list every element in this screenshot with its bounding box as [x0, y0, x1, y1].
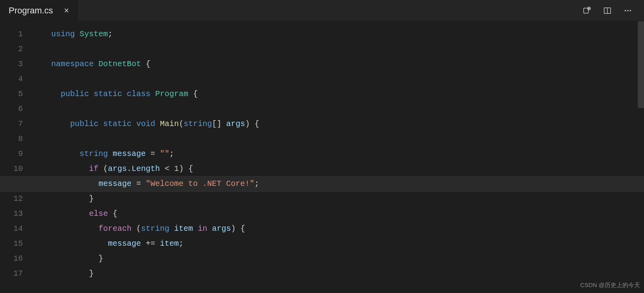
watermark-text: CSDN @历史上的今天: [580, 280, 640, 291]
code-line[interactable]: else {: [51, 206, 644, 221]
line-number: 17: [0, 266, 34, 281]
line-number: 8: [0, 132, 34, 146]
line-number-gutter: 1234567891011121314151617: [0, 27, 34, 281]
tabbar-actions: [583, 6, 644, 15]
code-line[interactable]: string message = "";: [51, 146, 644, 161]
line-number: 13: [0, 206, 34, 221]
line-number: 15: [0, 236, 34, 251]
line-number: 14: [0, 221, 34, 236]
code-line[interactable]: using System;: [51, 27, 644, 42]
line-number: 10: [0, 161, 34, 176]
tab-bar: Program.cs ×: [0, 0, 644, 21]
code-line[interactable]: [51, 42, 644, 57]
code-line[interactable]: [51, 102, 644, 117]
code-editor[interactable]: 1234567891011121314151617 using System; …: [0, 21, 644, 293]
code-line[interactable]: foreach (string item in args) {: [51, 221, 644, 236]
line-number: 2: [0, 42, 34, 57]
line-number: 1: [0, 27, 34, 42]
line-number: 16: [0, 251, 34, 266]
line-number: 9: [0, 146, 34, 161]
vertical-scrollbar[interactable]: [638, 21, 644, 108]
code-line[interactable]: message = "Welcome to .NET Core!";: [0, 176, 644, 191]
code-line[interactable]: [51, 132, 644, 146]
code-line[interactable]: }: [51, 191, 644, 206]
more-icon[interactable]: [624, 6, 632, 15]
code-line[interactable]: public static class Program {: [51, 87, 644, 102]
line-number: 7: [0, 117, 34, 132]
svg-point-7: [627, 10, 629, 11]
tab-title: Program.cs: [9, 2, 53, 19]
open-changes-icon[interactable]: [583, 6, 591, 15]
code-line[interactable]: }: [51, 251, 644, 266]
svg-point-8: [630, 10, 631, 11]
line-number: 3: [0, 57, 34, 72]
code-line[interactable]: }: [51, 266, 644, 281]
close-icon[interactable]: ×: [64, 2, 69, 19]
line-number: 4: [0, 72, 34, 87]
editor-tab-program[interactable]: Program.cs ×: [0, 0, 78, 21]
svg-point-6: [625, 10, 626, 11]
code-line[interactable]: message += item;: [51, 236, 644, 251]
code-line[interactable]: public static void Main(string[] args) {: [51, 117, 644, 132]
line-number: 12: [0, 191, 34, 206]
code-line[interactable]: namespace DotnetBot {: [51, 57, 644, 72]
line-number: 5: [0, 87, 34, 102]
code-content[interactable]: using System; namespace DotnetBot { publ…: [51, 27, 644, 281]
line-number: 6: [0, 102, 34, 117]
code-line[interactable]: if (args.Length < 1) {: [51, 161, 644, 176]
split-editor-icon[interactable]: [603, 6, 612, 15]
code-line[interactable]: [51, 72, 644, 87]
